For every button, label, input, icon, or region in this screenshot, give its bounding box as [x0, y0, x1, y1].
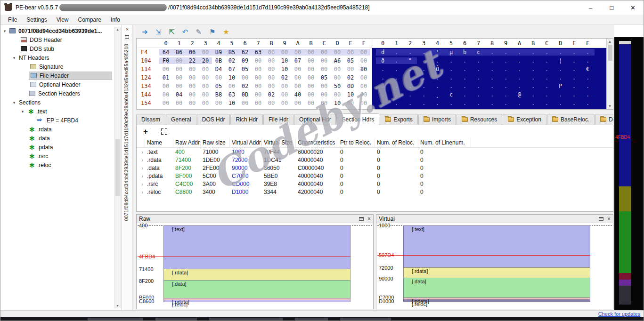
hex-byte[interactable]: 00: [357, 57, 370, 64]
ascii-char[interactable]: .: [540, 91, 554, 98]
hex-byte[interactable]: 00: [331, 49, 344, 56]
hex-byte[interactable]: 00: [357, 100, 370, 106]
ascii-char[interactable]: .: [376, 74, 390, 81]
tree-item-optional-header[interactable]: Optional Header: [0, 80, 122, 89]
table-row[interactable]: ›.relocC86003400D1000334442000040000: [137, 188, 613, 196]
chevron-down-icon[interactable]: ▾: [11, 100, 17, 105]
float-panel-icon[interactable]: [359, 217, 364, 221]
menu-info[interactable]: Info: [106, 16, 125, 24]
hex-byte[interactable]: 00: [159, 83, 172, 89]
table-cell[interactable]: 70F44: [262, 149, 296, 155]
ascii-char[interactable]: .: [567, 66, 581, 72]
ascii-char[interactable]: µ: [444, 49, 458, 56]
ascii-char[interactable]: .: [444, 57, 458, 64]
minimize-button[interactable]: –: [580, 0, 601, 15]
hex-byte[interactable]: 00: [278, 83, 291, 89]
hex-byte[interactable]: 80: [357, 66, 370, 72]
ascii-char[interactable]: .: [431, 83, 444, 89]
ascii-char[interactable]: .: [540, 49, 554, 56]
ascii-char[interactable]: .: [485, 49, 499, 56]
hex-byte[interactable]: 00: [265, 74, 278, 81]
ascii-char[interactable]: ¦: [554, 57, 567, 64]
tree-item-file-header[interactable]: File Header: [0, 71, 122, 80]
hex-byte[interactable]: 86: [172, 49, 186, 56]
hex-byte[interactable]: B9: [212, 49, 225, 56]
tree-item-sections[interactable]: ▾Sections: [0, 98, 122, 107]
table-cell[interactable]: 0: [418, 165, 471, 171]
section-block[interactable]: [.text]: [163, 225, 351, 269]
scroll-thumb[interactable]: [608, 45, 612, 61]
table-cell[interactable]: 0: [338, 181, 375, 187]
ascii-char[interactable]: .: [417, 83, 431, 89]
table-cell[interactable]: 0: [375, 189, 418, 195]
column-header[interactable]: Virtual Addr.: [230, 138, 262, 147]
table-row[interactable]: ›.text40071000100070F4460000020000: [137, 148, 613, 156]
section-block[interactable]: [.reloc]: [403, 300, 590, 302]
taskbar-window-blob[interactable]: [340, 318, 391, 321]
ascii-char[interactable]: .: [581, 57, 595, 64]
ascii-char[interactable]: .: [472, 83, 485, 89]
tab-imports[interactable]: Imports: [418, 114, 456, 125]
ascii-char[interactable]: .: [431, 57, 444, 64]
hex-byte[interactable]: 05: [344, 57, 357, 64]
ascii-char[interactable]: .: [390, 74, 403, 81]
taskbar-window-blob[interactable]: [209, 318, 283, 321]
ascii-char[interactable]: .: [403, 91, 417, 98]
check-updates-link[interactable]: Check for updates: [598, 311, 640, 317]
hex-byte[interactable]: 00: [186, 74, 199, 81]
hex-byte[interactable]: 00: [304, 66, 318, 72]
ascii-char[interactable]: .: [376, 66, 390, 72]
ascii-char[interactable]: .: [567, 57, 581, 64]
hex-byte[interactable]: 00: [172, 74, 186, 81]
ascii-char[interactable]: .: [567, 83, 581, 89]
map-segment-reloc[interactable]: [619, 286, 631, 305]
table-cell[interactable]: 40000040: [296, 157, 338, 163]
hex-byte[interactable]: 00: [159, 91, 172, 98]
add-section-button[interactable]: +: [143, 127, 148, 136]
hex-byte[interactable]: 00: [318, 49, 331, 56]
ascii-char[interactable]: .: [526, 49, 540, 56]
row-expand-icon[interactable]: ›: [137, 181, 145, 187]
table-cell[interactable]: 0: [418, 189, 471, 195]
table-cell[interactable]: 40000040: [296, 173, 338, 179]
scroll-up-icon[interactable]: ▲: [608, 40, 612, 44]
hex-byte[interactable]: 00: [265, 57, 278, 64]
ascii-char[interactable]: .: [431, 74, 444, 81]
hex-byte[interactable]: 02: [265, 91, 278, 98]
ascii-char[interactable]: .: [499, 57, 513, 64]
ascii-char[interactable]: .: [526, 66, 540, 72]
table-cell[interactable]: 0: [375, 173, 418, 179]
table-row[interactable]: ›.pdataBF0005C00C70005BE040000040000: [137, 172, 613, 180]
hex-byte[interactable]: 00: [172, 57, 186, 64]
hex-byte[interactable]: 00: [186, 83, 199, 89]
hex-byte[interactable]: 00: [252, 83, 265, 89]
hex-byte[interactable]: 00: [331, 74, 344, 81]
hex-byte[interactable]: 00: [318, 83, 331, 89]
row-expand-icon[interactable]: ›: [137, 149, 145, 155]
ascii-char[interactable]: .: [444, 100, 458, 106]
hex-byte[interactable]: 00: [172, 83, 186, 89]
tab-resources[interactable]: Resources: [457, 114, 502, 125]
table-cell[interactable]: .rdata: [145, 157, 173, 163]
hex-byte[interactable]: 00: [238, 74, 252, 81]
ascii-char[interactable]: Ô: [431, 66, 444, 72]
ascii-char[interactable]: .: [567, 49, 581, 56]
hex-byte[interactable]: 10: [331, 100, 344, 106]
close-panel-icon[interactable]: ×: [367, 216, 371, 222]
ascii-char[interactable]: .: [485, 74, 499, 81]
ascii-char[interactable]: .: [458, 91, 472, 98]
hex-byte[interactable]: 09: [238, 57, 252, 64]
column-header[interactable]: Characteristics: [296, 138, 338, 147]
ascii-char[interactable]: .: [526, 57, 540, 64]
hex-byte[interactable]: 00: [318, 91, 331, 98]
hex-byte[interactable]: 00: [199, 91, 212, 98]
hex-byte[interactable]: 50: [331, 83, 344, 89]
table-cell[interactable]: 3A00: [201, 181, 230, 187]
menu-settings[interactable]: Settings: [22, 16, 51, 24]
tab-general[interactable]: General: [166, 114, 196, 125]
hex-byte[interactable]: 00: [252, 100, 265, 106]
section-block[interactable]: [.rdata]: [163, 269, 351, 281]
table-row[interactable]: ›.data8F2002FE009000036050C0000040000: [137, 164, 613, 172]
ascii-char[interactable]: .: [581, 74, 595, 81]
ascii-char[interactable]: .: [390, 49, 403, 56]
